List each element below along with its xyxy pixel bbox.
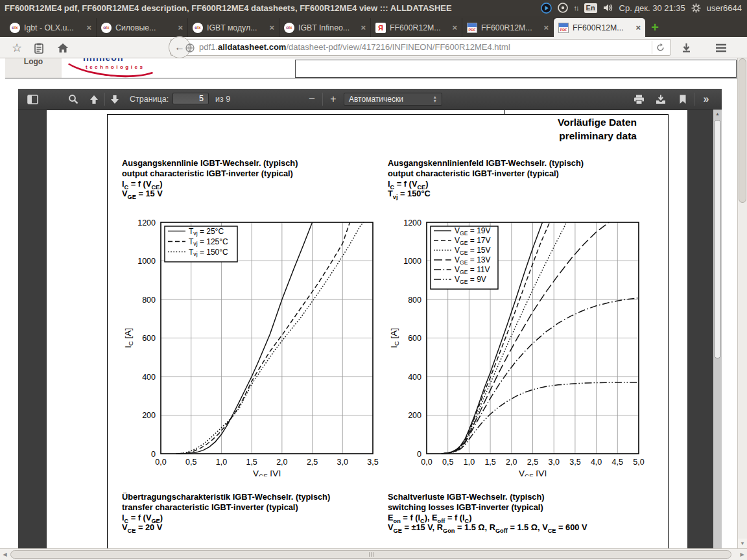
page-label: Страница:	[130, 89, 169, 110]
tab-igbt-infineon[interactable]: olx IGBT Infineo... ×	[279, 18, 371, 37]
print-button[interactable]	[630, 91, 647, 108]
svg-text:2,5: 2,5	[307, 458, 318, 467]
svg-text:400: 400	[142, 373, 156, 382]
clock[interactable]: Ср. дек. 30 21:35	[619, 3, 685, 13]
window-title: FF600R12ME4 pdf, FF600R12ME4 description…	[0, 3, 541, 13]
tab-silovye[interactable]: olx Силовые... ×	[97, 18, 188, 37]
page-up-button[interactable]	[86, 91, 102, 108]
tab-ff600r12me4-yandex[interactable]: Я FF600R12M... ×	[371, 18, 462, 37]
svg-text:3,5: 3,5	[367, 458, 378, 467]
tab-label: FF600R12M...	[573, 23, 632, 32]
olx-favicon: olx	[193, 23, 203, 33]
svg-text:3,0: 3,0	[549, 458, 560, 467]
tab-close-button[interactable]: ×	[452, 23, 457, 32]
tab-ff600r12me4-pdf-active[interactable]: PDF FF600R12M... ×	[554, 18, 645, 37]
tab-igbt-modul[interactable]: olx IGBT модул... ×	[188, 18, 279, 37]
svg-text:1000: 1000	[403, 257, 421, 266]
output-characteristic-field-chart: 0,00,51,01,52,02,53,03,54,04,55,00200400…	[383, 217, 648, 476]
tab-label: FF600R12M...	[481, 23, 540, 32]
search-icon-button[interactable]	[65, 91, 82, 108]
zoom-in-button[interactable]: +	[325, 91, 342, 108]
svg-text:1,0: 1,0	[216, 458, 227, 467]
svg-text:3,0: 3,0	[337, 458, 348, 467]
section-title-output-characteristic: Ausgangskennlinie IGBT-Wechselr. (typisc…	[122, 158, 401, 199]
bookmarks-clipboard-icon[interactable]	[31, 40, 47, 56]
site-logo-cell: Logo	[5, 58, 62, 78]
url-text[interactable]: pdf1.alldatasheet.com/datasheet-pdf/view…	[199, 40, 621, 55]
svg-text:400: 400	[408, 373, 421, 382]
scroll-left-arrow[interactable]: ◀	[1, 550, 9, 559]
svg-text:200: 200	[408, 411, 421, 420]
tab-close-button[interactable]: ×	[543, 23, 549, 32]
tab-label: Силовые...	[115, 23, 174, 32]
tab-igbt-olx[interactable]: olx Igbt - OLX.u... ×	[5, 18, 97, 37]
table-divider-stub	[504, 110, 505, 115]
tab-close-button[interactable]: ×	[635, 23, 641, 32]
pdf-download-button[interactable]	[652, 91, 669, 108]
pdf-favicon: PDF	[558, 23, 569, 33]
svg-text:4,5: 4,5	[612, 458, 623, 467]
pdf-scrollbar-thumb[interactable]	[714, 120, 721, 358]
tab-close-button[interactable]: ×	[361, 23, 366, 32]
svg-text:5,0: 5,0	[633, 458, 644, 467]
bookmark-star-icon[interactable]: ☆	[9, 40, 25, 56]
sidebar-toggle-button[interactable]	[24, 91, 41, 108]
browser-vertical-scrollbar[interactable]: ▼	[737, 58, 747, 548]
browser-horizontal-scrollbar[interactable]: ◀ ▶	[0, 548, 747, 560]
table-border-line	[5, 78, 737, 78]
reload-button[interactable]	[652, 41, 668, 54]
downloads-button[interactable]	[678, 40, 694, 56]
session-gear-icon[interactable]	[691, 3, 701, 13]
olx-favicon: olx	[101, 23, 112, 33]
navigation-toolbar: ☆ ← pdf1.alldatasheet.com/datasheet-pdf/…	[0, 37, 747, 58]
svg-text:2,0: 2,0	[276, 458, 287, 467]
horizontal-scrollbar-thumb[interactable]	[10, 550, 731, 559]
svg-text:0,0: 0,0	[421, 458, 432, 467]
scroll-down-arrow[interactable]: ▼	[738, 539, 747, 548]
output-characteristic-chart: 0,00,51,01,52,02,53,03,50200400600800100…	[117, 217, 383, 476]
home-button[interactable]	[55, 40, 71, 56]
pdf-favicon: PDF	[467, 23, 477, 33]
svg-text:3,5: 3,5	[569, 458, 580, 467]
toolbar-separator	[104, 93, 105, 106]
svg-text:1,5: 1,5	[484, 458, 495, 467]
bookmark-button[interactable]	[674, 91, 691, 108]
zoom-out-button[interactable]: −	[303, 91, 320, 108]
pdf-scrollbar[interactable]: ▲	[713, 110, 722, 548]
pdf-page: Vorläufige Daten preliminary data Ausgan…	[47, 110, 687, 548]
svg-text:800: 800	[408, 296, 421, 305]
menu-hamburger-button[interactable]	[711, 40, 731, 56]
media-indicator-icon[interactable]	[541, 3, 552, 14]
ubuntu-menu-icon[interactable]	[558, 3, 568, 13]
scroll-right-arrow[interactable]: ▶	[738, 550, 746, 559]
globe-icon	[185, 43, 195, 53]
infineon-sub-text: technologies	[86, 64, 145, 70]
tab-ff600r12me4-pdf[interactable]: PDF FF600R12M... ×	[462, 18, 554, 37]
tab-bar: olx Igbt - OLX.u... × olx Силовые... × o…	[0, 16, 747, 37]
svg-text:2,0: 2,0	[506, 458, 517, 467]
volume-icon[interactable]	[603, 3, 613, 12]
tab-close-button[interactable]: ×	[178, 23, 183, 32]
desktop-top-panel: FF600R12ME4 pdf, FF600R12ME4 description…	[0, 0, 747, 16]
keyboard-layout-indicator[interactable]: En	[584, 3, 597, 13]
select-arrows-icon: ▲▼	[433, 95, 437, 103]
tab-close-button[interactable]: ×	[269, 23, 274, 32]
network-arrows-icon[interactable]: ↑↓	[574, 4, 578, 12]
svg-text:2,5: 2,5	[527, 458, 538, 467]
pdf-viewer-embed: Страница: из 9 − + Автоматически ▲▼ »	[18, 89, 722, 548]
svg-text:200: 200	[142, 411, 156, 420]
zoom-select[interactable]: Автоматически ▲▼	[344, 93, 442, 106]
page-number-input[interactable]	[172, 93, 209, 104]
section-title-output-characteristic-field: Ausgangskennlinienfeld IGBT-Wechselr. (t…	[388, 158, 667, 199]
vertical-scrollbar-thumb[interactable]	[739, 58, 746, 203]
svg-text:800: 800	[142, 296, 156, 305]
toolbar-overflow-button[interactable]: »	[698, 91, 715, 108]
url-bar[interactable]: ← pdf1.alldatasheet.com/datasheet-pdf/vi…	[170, 39, 671, 56]
toolbar-separator	[322, 93, 323, 106]
username[interactable]: user6644	[707, 3, 742, 13]
screen: FF600R12ME4 pdf, FF600R12ME4 description…	[0, 0, 747, 560]
new-tab-button[interactable]: +	[645, 18, 665, 37]
pdf-scroll-up-arrow[interactable]: ▲	[713, 110, 722, 119]
tab-close-button[interactable]: ×	[86, 23, 91, 32]
page-down-button[interactable]	[106, 91, 123, 108]
